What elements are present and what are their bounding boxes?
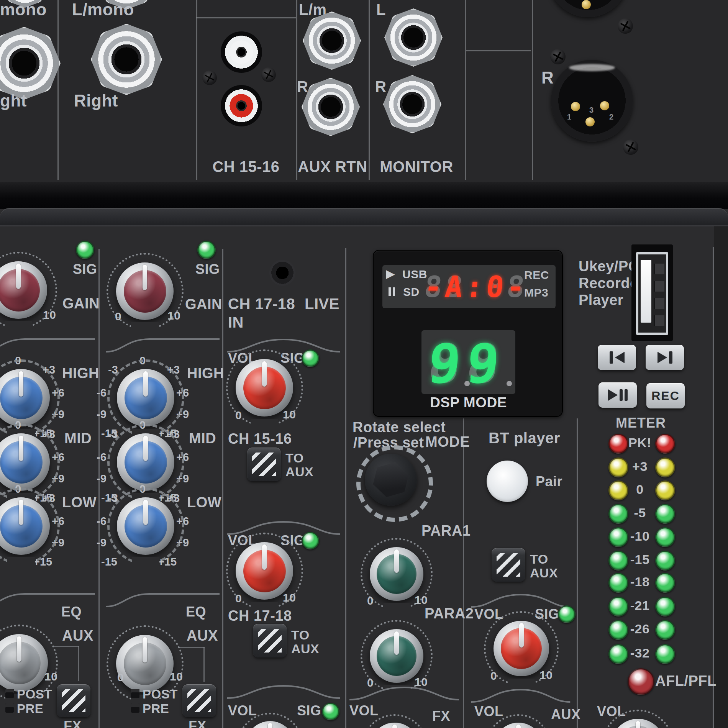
ch2-mid-label: MID xyxy=(189,431,216,446)
ch1718-in-sub: IN xyxy=(228,314,244,330)
divider xyxy=(532,0,533,180)
scale-min: 0 xyxy=(235,409,242,421)
divider xyxy=(196,17,296,18)
ch2-mid-knob[interactable] xyxy=(117,433,174,491)
live-label: LIVE xyxy=(305,296,339,312)
divider xyxy=(466,50,531,51)
divider xyxy=(577,418,578,728)
aux-wire xyxy=(179,647,205,648)
panel-bezel-lower xyxy=(0,208,728,226)
ch1-post-pre-button[interactable] xyxy=(57,684,90,717)
ch2-low-knob[interactable] xyxy=(117,497,174,555)
ch2-aux-label: AUX xyxy=(187,628,218,644)
ch1-low-knob[interactable] xyxy=(0,497,50,555)
ch1718-to-aux-button[interactable] xyxy=(253,624,287,657)
left-input-jack xyxy=(0,27,61,100)
ch2-post-pre-button[interactable] xyxy=(182,684,216,717)
meter-led-right xyxy=(655,504,675,524)
xlr-r-output: 1 3 2 xyxy=(551,60,633,142)
play-pause-button[interactable] xyxy=(598,382,637,408)
bottom-vol-knob-partial[interactable] xyxy=(245,721,295,728)
bt-vol-knob[interactable] xyxy=(494,621,549,676)
usb-port[interactable] xyxy=(631,244,673,341)
aux-rtn-l-jack xyxy=(303,11,361,70)
pause-bar xyxy=(625,389,628,401)
panel-bezel xyxy=(0,182,728,209)
ch2-gain-label: GAIN xyxy=(185,297,222,312)
next-bar xyxy=(669,351,672,364)
back-panel: mono ght L/mono Right CH 15-16 L/m R AUX… xyxy=(0,0,728,182)
meter-row-label: PK! xyxy=(625,436,655,450)
bt-bottom-knob-partial[interactable] xyxy=(494,723,543,728)
transport-display-value: -A:0- xyxy=(423,270,529,304)
ch1-mid-knob[interactable] xyxy=(0,433,50,491)
next-track-button[interactable] xyxy=(646,345,684,370)
ch1516-to-aux-button[interactable] xyxy=(247,448,281,481)
rca-white-jack xyxy=(221,31,262,73)
bt-player-title: BT player xyxy=(489,430,560,446)
xlr-pin-3 xyxy=(585,117,595,126)
meter-led-right xyxy=(655,644,675,664)
next-triangle xyxy=(657,352,667,363)
ch1-post-label: POST xyxy=(17,688,52,701)
divider xyxy=(345,248,346,728)
meter-row-label: -10 xyxy=(625,530,655,543)
mode-encoder[interactable] xyxy=(365,454,417,506)
ch1-gain-knob[interactable] xyxy=(0,261,47,319)
ch1718-in-title: CH 17-18 xyxy=(228,296,295,312)
play-triangle xyxy=(608,389,618,401)
rec-button[interactable]: REC xyxy=(646,383,685,408)
xlr-pin xyxy=(582,0,591,9)
screw xyxy=(623,139,638,155)
bt-pair-button[interactable] xyxy=(487,461,528,502)
dsp-mode-label: DSP MODE xyxy=(421,395,515,410)
ch1718-minijack xyxy=(269,260,295,286)
ch2-low-scale: 0+3+6+9+15-3-6-9-15 xyxy=(100,483,192,571)
fx-vol-knob-partial[interactable] xyxy=(370,723,420,728)
ukey-label-line1: Ukey/PC xyxy=(579,259,639,274)
ch2-aux-knob[interactable] xyxy=(116,635,174,692)
ch2-fx-label: FX xyxy=(189,719,207,728)
play-icon: ▶ xyxy=(386,268,395,279)
ch2-gain-knob[interactable] xyxy=(116,262,174,320)
mixer-photo: { "back": { "mono_cut": "mono", "ght_cut… xyxy=(0,0,728,728)
divider xyxy=(222,249,223,728)
ch2-sig-label: SIG xyxy=(195,262,220,277)
xlr-label: R xyxy=(541,69,554,87)
meter-led-right xyxy=(655,434,675,454)
right-edge-shade xyxy=(714,226,728,728)
rotate-select-label: Rotate select xyxy=(353,420,446,435)
post-icon xyxy=(5,689,14,698)
main-vol-knob-partial[interactable] xyxy=(611,719,665,728)
ch2-pre-label: PRE xyxy=(143,702,169,716)
para2-label: PARA2 xyxy=(425,606,474,621)
meter-row-label: -26 xyxy=(625,622,655,636)
meter-led-right xyxy=(655,457,675,477)
bt-to-aux-button[interactable] xyxy=(492,548,525,582)
para2-knob[interactable] xyxy=(370,629,423,683)
ch1-aux-label: AUX xyxy=(62,628,93,644)
ch1-aux-knob[interactable] xyxy=(0,634,48,692)
para1-label: PARA1 xyxy=(421,523,471,539)
fx-label: FX xyxy=(432,709,450,723)
pre-icon xyxy=(131,703,139,713)
afl-pfl-led xyxy=(628,668,654,695)
divider xyxy=(369,0,370,180)
ch1718-vol-sig-led xyxy=(302,532,319,549)
para1-knob[interactable] xyxy=(370,547,423,601)
mode-label: MODE xyxy=(425,435,470,450)
ch1-aux-scale-max: 10 xyxy=(44,671,57,683)
xlr-pin-2 xyxy=(600,101,609,110)
bt-sig-led xyxy=(558,605,576,623)
ch2-high-knob[interactable] xyxy=(117,369,174,426)
meter-row-label: 0 xyxy=(625,483,655,497)
decimal-dot xyxy=(464,381,470,386)
pre-icon xyxy=(5,703,14,713)
ch1-sig-led xyxy=(76,241,94,259)
scale-min: 0 xyxy=(490,670,497,682)
meter-led-right xyxy=(655,551,675,571)
afl-pfl-label: AFL/PFL xyxy=(655,674,717,689)
prev-track-button[interactable] xyxy=(598,345,636,370)
xlr-pin-number: 1 xyxy=(567,113,571,121)
ch1-high-knob[interactable] xyxy=(0,369,50,426)
